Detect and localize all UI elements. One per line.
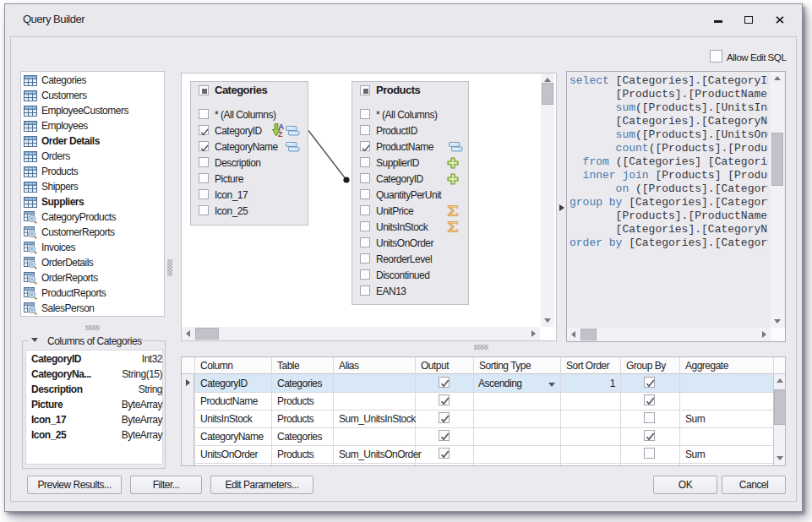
svg-text:Z: Z	[278, 130, 283, 138]
